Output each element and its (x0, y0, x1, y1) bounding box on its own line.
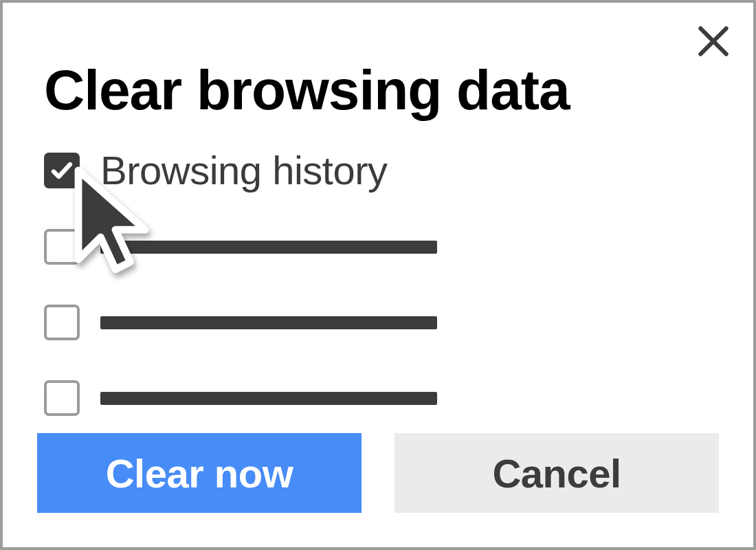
clear-now-button[interactable]: Clear now (37, 433, 362, 513)
option-label-browsing-history: Browsing history (100, 147, 387, 193)
option-placeholder-3 (100, 316, 437, 329)
option-row-2 (44, 229, 712, 265)
option-row-4 (44, 380, 712, 416)
cancel-button[interactable]: Cancel (394, 433, 719, 513)
dialog-title: Clear browsing data (44, 58, 712, 122)
dialog-buttons: Clear now Cancel (37, 433, 719, 513)
clear-browsing-data-dialog: Clear browsing data Browsing history Cle… (0, 0, 756, 550)
options-list: Browsing history (44, 147, 712, 416)
close-icon (694, 22, 733, 60)
check-icon (49, 158, 74, 183)
checkbox-browsing-history[interactable] (44, 153, 80, 188)
option-placeholder-2 (100, 241, 437, 254)
option-placeholder-4 (100, 392, 437, 405)
option-row-3 (44, 305, 712, 340)
close-button[interactable] (694, 22, 733, 60)
checkbox-option-3[interactable] (44, 305, 80, 340)
option-row-browsing-history: Browsing history (44, 147, 712, 193)
checkbox-option-2[interactable] (44, 229, 80, 265)
checkbox-option-4[interactable] (44, 380, 80, 416)
